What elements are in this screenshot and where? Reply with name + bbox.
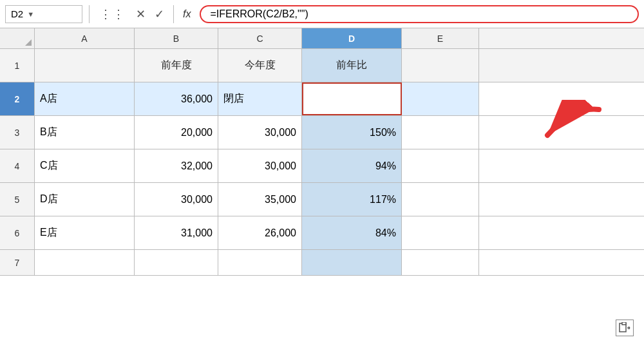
- cell-c3-text: 30,000: [265, 127, 296, 139]
- col-header-b[interactable]: B: [135, 28, 218, 48]
- col-header-a[interactable]: A: [35, 28, 135, 48]
- cell-d3[interactable]: 150%: [302, 116, 402, 149]
- row-header-7[interactable]: 7: [0, 250, 35, 275]
- corner-cell: [0, 28, 35, 49]
- cell-a6-text: E店: [40, 226, 57, 240]
- row-header-6[interactable]: 6: [0, 216, 35, 249]
- cell-d6[interactable]: 84%: [302, 216, 402, 249]
- paste-svg: [618, 322, 631, 334]
- data-rows: 1 前年度 今年度 前年比 2 A店 36,000 閉店: [0, 49, 644, 276]
- row-3: 3 B店 20,000 30,000 150%: [0, 116, 644, 149]
- cell-b4-text: 32,000: [181, 160, 213, 172]
- row-6: 6 E店 31,000 26,000 84%: [0, 216, 644, 250]
- fx-label: fx: [180, 8, 196, 20]
- cell-ref-chevron-icon: ▼: [27, 10, 34, 18]
- cell-e3[interactable]: [402, 116, 479, 149]
- row-header-2[interactable]: 2: [0, 82, 35, 115]
- cell-a5[interactable]: D店: [35, 183, 135, 216]
- divider-2: [173, 5, 174, 23]
- cell-b5-text: 30,000: [181, 194, 213, 205]
- cell-c5[interactable]: 35,000: [218, 183, 302, 216]
- col-header-c[interactable]: C: [218, 28, 302, 48]
- cell-c3[interactable]: 30,000: [218, 116, 302, 149]
- col-header-d[interactable]: D: [302, 28, 402, 48]
- cell-b6-text: 31,000: [181, 227, 213, 239]
- cell-a6[interactable]: E店: [35, 216, 135, 249]
- row-1: 1 前年度 今年度 前年比: [0, 49, 644, 82]
- divider-1: [89, 5, 90, 23]
- cell-b2[interactable]: 36,000: [135, 82, 218, 115]
- confirm-formula-icon[interactable]: ✓: [152, 7, 167, 21]
- cell-d4-text: 94%: [375, 160, 396, 172]
- cell-a1[interactable]: [35, 49, 135, 82]
- cell-c4-text: 30,000: [265, 160, 296, 172]
- spreadsheet: A B C D E 1 前年度 今年度 前年比 2 A店: [0, 28, 644, 276]
- cell-c4[interactable]: 30,000: [218, 149, 302, 182]
- cell-d7[interactable]: [302, 250, 402, 275]
- row-header-5[interactable]: 5: [0, 183, 35, 216]
- formula-input[interactable]: =IFERROR(C2/B2,""): [200, 5, 639, 23]
- cell-d1-text: 前年比: [336, 59, 367, 72]
- cell-b3[interactable]: 20,000: [135, 116, 218, 149]
- cell-b4[interactable]: 32,000: [135, 149, 218, 182]
- cell-d1[interactable]: 前年比: [302, 49, 402, 82]
- cell-d5-text: 117%: [370, 194, 396, 205]
- cell-e2[interactable]: [402, 82, 479, 115]
- cell-e1[interactable]: [402, 49, 479, 82]
- cell-b1[interactable]: 前年度: [135, 49, 218, 82]
- col-header-e[interactable]: E: [402, 28, 479, 48]
- cell-a2-text: A店: [40, 92, 57, 106]
- cell-e6[interactable]: [402, 216, 479, 249]
- cancel-formula-icon[interactable]: ✕: [133, 7, 148, 21]
- row-2: 2 A店 36,000 閉店: [0, 82, 644, 116]
- cell-d2[interactable]: [302, 82, 402, 115]
- cell-d3-text: 150%: [370, 127, 396, 139]
- cell-c1[interactable]: 今年度: [218, 49, 302, 82]
- cell-reference-box[interactable]: D2 ▼: [5, 5, 82, 23]
- formula-dots-icon[interactable]: ⋮⋮: [96, 7, 129, 21]
- cell-d5[interactable]: 117%: [302, 183, 402, 216]
- formula-bar: D2 ▼ ⋮⋮ ✕ ✓ fx =IFERROR(C2/B2,""): [0, 0, 644, 28]
- row-header-4[interactable]: 4: [0, 149, 35, 182]
- cell-ref-text: D2: [11, 8, 23, 19]
- row-7: 7: [0, 250, 644, 276]
- column-headers: A B C D E: [0, 28, 644, 49]
- cell-b3-text: 20,000: [181, 127, 213, 139]
- formula-text: =IFERROR(C2/B2,""): [210, 8, 308, 20]
- cell-a7[interactable]: [35, 250, 135, 275]
- row-header-1[interactable]: 1: [0, 49, 35, 82]
- cell-b5[interactable]: 30,000: [135, 183, 218, 216]
- cell-c6[interactable]: 26,000: [218, 216, 302, 249]
- cell-e5[interactable]: [402, 183, 479, 216]
- cell-c7[interactable]: [218, 250, 302, 275]
- paste-options-icon[interactable]: [616, 320, 634, 336]
- cell-b6[interactable]: 31,000: [135, 216, 218, 249]
- cell-d4[interactable]: 94%: [302, 149, 402, 182]
- cell-a5-text: D店: [40, 193, 58, 206]
- cell-e4[interactable]: [402, 149, 479, 182]
- row-header-3[interactable]: 3: [0, 116, 35, 149]
- cell-c6-text: 26,000: [265, 227, 296, 239]
- cell-c1-text: 今年度: [245, 59, 276, 72]
- cell-b1-text: 前年度: [161, 59, 192, 72]
- cell-a3[interactable]: B店: [35, 116, 135, 149]
- row-5: 5 D店 30,000 35,000 117%: [0, 183, 644, 216]
- cell-b7[interactable]: [135, 250, 218, 275]
- cell-a2[interactable]: A店: [35, 82, 135, 115]
- cell-c2-text: 閉店: [223, 92, 244, 106]
- cell-e7[interactable]: [402, 250, 479, 275]
- cell-b2-text: 36,000: [181, 93, 213, 105]
- cell-c5-text: 35,000: [265, 194, 296, 205]
- cell-c2[interactable]: 閉店: [218, 82, 302, 115]
- cell-a3-text: B店: [40, 126, 57, 139]
- svg-rect-2: [622, 322, 626, 325]
- cell-d6-text: 84%: [375, 227, 396, 239]
- cell-a4-text: C店: [40, 159, 58, 173]
- cell-a4[interactable]: C店: [35, 149, 135, 182]
- row-4: 4 C店 32,000 30,000 94%: [0, 149, 644, 183]
